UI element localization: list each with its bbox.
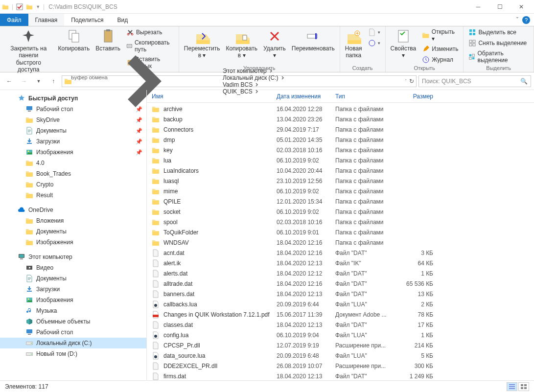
breadcrumb[interactable]: Vadim BCS bbox=[221, 81, 287, 88]
tree-item[interactable]: Объемные объекты bbox=[0, 316, 146, 327]
tree-item[interactable]: Изображения bbox=[0, 237, 146, 248]
qat-dropdown[interactable]: ▼ bbox=[36, 4, 40, 9]
copy-to-button[interactable]: Копировать в ▾ bbox=[224, 27, 259, 60]
file-row[interactable]: CPCSP_Pr.dll12.07.2019 9:19Расширение пр… bbox=[147, 340, 534, 350]
breadcrumb[interactable]: Этот компьютер bbox=[221, 68, 287, 74]
rename-button[interactable]: Переименовать bbox=[290, 27, 337, 53]
file-row[interactable]: ToQuikFolder06.10.2019 9:01Папка с файла… bbox=[147, 227, 534, 237]
file-row[interactable]: config.lua06.10.2019 9:04Файл "LUA"1 КБ bbox=[147, 330, 534, 340]
tree-item[interactable]: Book_Trades bbox=[0, 168, 146, 179]
tree-item[interactable]: Загрузки bbox=[0, 284, 146, 295]
invert-selection-button[interactable]: Обратить выделение bbox=[466, 49, 531, 65]
tree-item[interactable]: Новый том (D:) bbox=[0, 348, 146, 359]
properties-button[interactable]: Свойства ▾ bbox=[389, 27, 418, 60]
open-button[interactable]: Открыть ▾ bbox=[420, 27, 460, 43]
column-type[interactable]: Тип bbox=[335, 93, 394, 100]
file-row[interactable]: acnt.dat18.04.2020 12:16Файл "DAT"3 КБ bbox=[147, 248, 534, 258]
tab-view[interactable]: Вид bbox=[110, 14, 135, 26]
file-row[interactable]: spool02.03.2018 10:16Папка с файлами bbox=[147, 217, 534, 227]
tree-item[interactable]: Музыка bbox=[0, 305, 146, 316]
tree-item[interactable]: Загрузки📌 bbox=[0, 136, 146, 147]
tree-item[interactable]: Вложения bbox=[0, 215, 146, 226]
tree-item[interactable]: Рабочий стол📌 bbox=[0, 104, 146, 115]
search-icon[interactable]: 🔍 bbox=[520, 78, 528, 85]
history-button[interactable]: Журнал bbox=[420, 55, 460, 65]
file-row[interactable]: dmp05.01.2020 14:35Папка с файлами bbox=[147, 135, 534, 145]
maximize-button[interactable]: ☐ bbox=[489, 0, 511, 14]
column-date[interactable]: Дата изменения bbox=[277, 93, 335, 100]
tree-item[interactable]: Документы bbox=[0, 226, 146, 237]
file-row[interactable]: QPILE12.01.2020 15:34Папка с файлами bbox=[147, 196, 534, 207]
tab-share[interactable]: Поделиться bbox=[64, 14, 110, 26]
tree-item[interactable]: Изображения bbox=[0, 295, 146, 305]
file-row[interactable]: alerts.dat18.04.2020 12:12Файл "DAT"1 КБ bbox=[147, 268, 534, 278]
tree-item[interactable]: Изображения📌 bbox=[0, 147, 146, 158]
checkbox-icon[interactable] bbox=[16, 3, 23, 10]
file-row[interactable]: backup13.04.2020 23:26Папка с файлами bbox=[147, 114, 534, 124]
file-row[interactable]: mime06.10.2019 9:02Папка с файлами bbox=[147, 186, 534, 196]
ribbon-collapse-button[interactable]: ˇ bbox=[516, 17, 518, 23]
new-item-button[interactable]: ▾ bbox=[366, 27, 382, 37]
file-row[interactable]: alltrade.dat18.04.2020 12:16Файл "DAT"65… bbox=[147, 278, 534, 289]
address-bar[interactable]: Этот компьютерЛокальный диск (C:)Vadim B… bbox=[62, 75, 417, 87]
file-row[interactable]: Changes in QUIK Workstation 7.12.1.pdf15… bbox=[147, 309, 534, 320]
folder-icon[interactable] bbox=[26, 3, 33, 10]
nav-tree[interactable]: Быстрый доступРабочий стол📌SkyDrive📌Доку… bbox=[0, 90, 147, 380]
close-button[interactable]: ✕ bbox=[511, 0, 532, 14]
search-box[interactable]: 🔍 bbox=[418, 75, 531, 87]
tab-file[interactable]: Файл bbox=[0, 14, 28, 26]
file-row[interactable]: banners.dat18.04.2020 12:13Файл "DAT"13 … bbox=[147, 289, 534, 299]
tree-item[interactable]: Result bbox=[0, 190, 146, 201]
forward-button[interactable]: → bbox=[18, 75, 30, 88]
file-row[interactable]: lua06.10.2019 9:02Папка с файлами bbox=[147, 155, 534, 165]
column-size[interactable]: Размер bbox=[394, 93, 433, 100]
minimize-button[interactable]: ─ bbox=[467, 0, 489, 14]
back-button[interactable]: ← bbox=[3, 75, 16, 88]
refresh-button[interactable]: ↻ bbox=[409, 78, 414, 85]
file-row[interactable]: archive16.04.2020 12:28Папка с файлами bbox=[147, 104, 534, 114]
tree-item[interactable]: Документы bbox=[0, 273, 146, 284]
file-row[interactable]: key02.03.2018 10:16Папка с файлами bbox=[147, 145, 534, 155]
file-list[interactable]: archive16.04.2020 12:28Папка с файламиba… bbox=[147, 103, 534, 380]
tree-item[interactable]: Быстрый доступ bbox=[0, 93, 146, 104]
file-row[interactable]: socket06.10.2019 9:02Папка с файлами bbox=[147, 207, 534, 217]
file-row[interactable]: alert.ik18.04.2020 12:13Файл "IK"64 КБ bbox=[147, 258, 534, 268]
search-input[interactable] bbox=[422, 78, 520, 85]
file-row[interactable]: Connectors29.04.2019 7:17Папка с файлами bbox=[147, 124, 534, 135]
delete-button[interactable]: Удалить ▾ bbox=[261, 27, 288, 60]
tree-item[interactable]: Документы📌 bbox=[0, 125, 146, 136]
up-button[interactable]: ↑ bbox=[47, 75, 60, 88]
file-row[interactable]: classes.dat18.04.2020 12:13Файл "DAT"17 … bbox=[147, 320, 534, 330]
tree-item[interactable]: Crypto bbox=[0, 179, 146, 190]
select-all-button[interactable]: Выделить все bbox=[466, 27, 531, 37]
file-name: WNDSAV bbox=[163, 239, 277, 246]
file-row[interactable]: firms.dat18.04.2020 12:13Файл "DAT"1 249… bbox=[147, 371, 534, 380]
tree-item[interactable]: SkyDrive📌 bbox=[0, 115, 146, 125]
select-none-button[interactable]: Снять выделение bbox=[466, 38, 531, 48]
tiles-view-button[interactable] bbox=[518, 382, 529, 391]
file-row[interactable]: LuaIndicators10.04.2020 20:44Папка с фай… bbox=[147, 165, 534, 176]
file-row[interactable]: luasql23.10.2019 12:56Папка с файлами bbox=[147, 176, 534, 186]
address-dropdown[interactable]: ˅ bbox=[405, 79, 407, 84]
tree-item[interactable]: OneDrive bbox=[0, 205, 146, 215]
easy-access-button[interactable]: ▾ bbox=[366, 38, 382, 48]
file-row[interactable]: DDE2EXCEL_PR.dll26.08.2019 10:07Расширен… bbox=[147, 361, 534, 371]
column-name[interactable]: Имя bbox=[152, 93, 277, 100]
tree-item[interactable]: Этот компьютер bbox=[0, 252, 146, 262]
tab-home[interactable]: Главная bbox=[28, 14, 65, 26]
file-row[interactable]: WNDSAV18.04.2020 12:16Папка с файлами bbox=[147, 237, 534, 248]
tree-item[interactable]: Рабочий стол bbox=[0, 327, 146, 338]
details-view-button[interactable] bbox=[507, 382, 517, 391]
file-row[interactable]: data_source.lua20.09.2019 6:48Файл "LUA"… bbox=[147, 350, 534, 361]
pin-to-quickaccess-button[interactable]: Закрепить на панели быстрого доступа bbox=[3, 27, 54, 74]
tree-item[interactable]: Видео bbox=[0, 262, 146, 273]
recent-locations-button[interactable]: ▼ bbox=[32, 75, 45, 88]
tree-item[interactable]: 4.0 bbox=[0, 158, 146, 168]
cut-button[interactable]: Вырезать bbox=[124, 27, 176, 37]
breadcrumb[interactable]: Локальный диск (C:) bbox=[221, 74, 287, 81]
file-row[interactable]: callbacks.lua20.09.2019 6:44Файл "LUA"2 … bbox=[147, 299, 534, 309]
help-button[interactable]: ? bbox=[522, 16, 530, 24]
edit-button[interactable]: Изменить bbox=[420, 44, 460, 54]
tree-item[interactable]: Локальный диск (C:) bbox=[0, 338, 146, 348]
new-folder-button[interactable]: Новая папка bbox=[343, 27, 364, 60]
